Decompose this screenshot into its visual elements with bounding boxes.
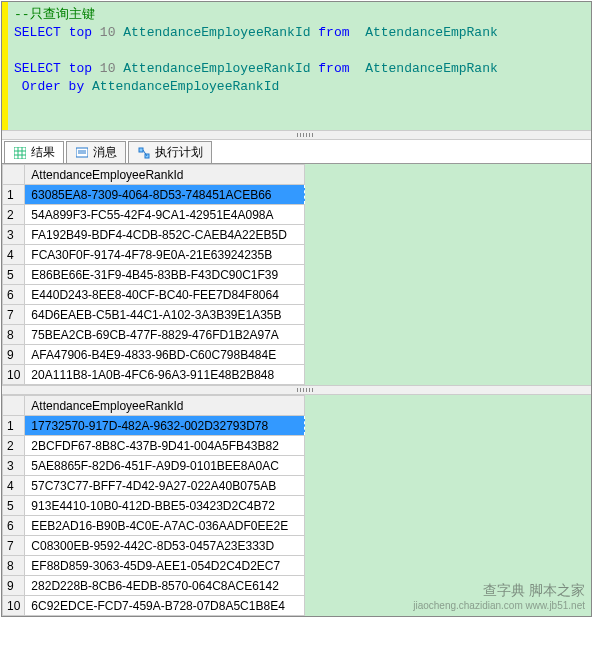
- data-cell[interactable]: 913E4410-10B0-412D-BBE5-03423D2C4B72: [25, 496, 305, 516]
- sql-editor[interactable]: --只查询主键 SELECT top 10 AttendanceEmployee…: [2, 2, 591, 130]
- rownum-cell[interactable]: 9: [3, 576, 25, 596]
- data-cell[interactable]: FA192B49-BDF4-4CDB-852C-CAEB4A22EB5D: [25, 225, 305, 245]
- watermark-main: 查字典 脚本之家: [413, 582, 585, 598]
- data-cell[interactable]: 282D228B-8CB6-4EDB-8570-064C8ACE6142: [25, 576, 305, 596]
- data-cell[interactable]: C08300EB-9592-442C-8D53-0457A23E333D: [25, 536, 305, 556]
- data-cell[interactable]: 75BEA2CB-69CB-477F-8829-476FD1B2A97A: [25, 325, 305, 345]
- data-cell[interactable]: E440D243-8EE8-40CF-BC40-FEE7D84F8064: [25, 285, 305, 305]
- rownum-cell[interactable]: 1: [3, 416, 25, 436]
- rownum-cell[interactable]: 7: [3, 536, 25, 556]
- result-tabs: 结果 消息 执行计划: [2, 140, 591, 164]
- result-grid-2: AttendanceEmployeeRankId 117732570-917D-…: [2, 395, 591, 616]
- rownum-cell[interactable]: 5: [3, 496, 25, 516]
- column-header[interactable]: AttendanceEmployeeRankId: [25, 396, 305, 416]
- rownum-cell[interactable]: 5: [3, 265, 25, 285]
- rownum-cell[interactable]: 1: [3, 185, 25, 205]
- rownum-cell[interactable]: 3: [3, 225, 25, 245]
- data-cell[interactable]: 57C73C77-BFF7-4D42-9A27-022A40B075AB: [25, 476, 305, 496]
- rownum-cell[interactable]: 3: [3, 456, 25, 476]
- watermark-sub: jiaocheng.chazidian.com www.jb51.net: [413, 598, 585, 614]
- svg-rect-8: [139, 148, 143, 152]
- rownum-cell[interactable]: 7: [3, 305, 25, 325]
- rownum-cell[interactable]: 4: [3, 476, 25, 496]
- data-cell[interactable]: 5AE8865F-82D6-451F-A9D9-0101BEE8A0AC: [25, 456, 305, 476]
- rownum-cell[interactable]: 2: [3, 205, 25, 225]
- rownum-cell[interactable]: 4: [3, 245, 25, 265]
- tab-results-label: 结果: [31, 144, 55, 161]
- rownum-cell[interactable]: 6: [3, 285, 25, 305]
- data-cell[interactable]: EF88D859-3063-45D9-AEE1-054D2C4D2EC7: [25, 556, 305, 576]
- data-cell[interactable]: FCA30F0F-9174-4F78-9E0A-21E63924235B: [25, 245, 305, 265]
- rownum-cell[interactable]: 2: [3, 436, 25, 456]
- data-cell[interactable]: 20A111B8-1A0B-4FC6-96A3-911E48B2B848: [25, 365, 305, 385]
- data-cell[interactable]: 6C92EDCE-FCD7-459A-B728-07D8A5C1B8E4: [25, 596, 305, 616]
- rownum-cell[interactable]: 10: [3, 596, 25, 616]
- data-cell[interactable]: 54A899F3-FC55-42F4-9CA1-42951E4A098A: [25, 205, 305, 225]
- tab-messages-label: 消息: [93, 144, 117, 161]
- tab-execution-plan[interactable]: 执行计划: [128, 141, 212, 163]
- result-grid-1: AttendanceEmployeeRankId 163085EA8-7309-…: [2, 164, 591, 385]
- rownum-cell[interactable]: 8: [3, 556, 25, 576]
- data-cell[interactable]: 63085EA8-7309-4064-8D53-748451ACEB66: [25, 185, 305, 205]
- data-cell[interactable]: 17732570-917D-482A-9632-002D32793D78: [25, 416, 305, 436]
- rownum-header[interactable]: [3, 165, 25, 185]
- data-cell[interactable]: 64D6EAEB-C5B1-44C1-A102-3A3B39E1A35B: [25, 305, 305, 325]
- data-cell[interactable]: E86BE66E-31F9-4B45-83BB-F43DC90C1F39: [25, 265, 305, 285]
- sql-comment: --只查询主键: [14, 7, 95, 22]
- splitter-handle[interactable]: [2, 385, 591, 395]
- plan-icon: [137, 146, 151, 160]
- tab-messages[interactable]: 消息: [66, 141, 126, 163]
- data-cell[interactable]: EEB2AD16-B90B-4C0E-A7AC-036AADF0EE2E: [25, 516, 305, 536]
- rownum-cell[interactable]: 10: [3, 365, 25, 385]
- data-cell[interactable]: AFA47906-B4E9-4833-96BD-C60C798B484E: [25, 345, 305, 365]
- column-header[interactable]: AttendanceEmployeeRankId: [25, 165, 305, 185]
- tab-results[interactable]: 结果: [4, 141, 64, 163]
- messages-icon: [75, 146, 89, 160]
- rownum-cell[interactable]: 6: [3, 516, 25, 536]
- rownum-header[interactable]: [3, 396, 25, 416]
- grid-icon: [13, 146, 27, 160]
- rownum-cell[interactable]: 8: [3, 325, 25, 345]
- data-cell[interactable]: 2BCFDF67-8B8C-437B-9D41-004A5FB43B82: [25, 436, 305, 456]
- svg-rect-0: [14, 147, 26, 159]
- result-table-1[interactable]: AttendanceEmployeeRankId 163085EA8-7309-…: [2, 164, 305, 385]
- watermark: 查字典 脚本之家 jiaocheng.chazidian.com www.jb5…: [413, 582, 585, 614]
- result-table-2[interactable]: AttendanceEmployeeRankId 117732570-917D-…: [2, 395, 305, 616]
- rownum-cell[interactable]: 9: [3, 345, 25, 365]
- splitter-handle[interactable]: [2, 130, 591, 140]
- tab-plan-label: 执行计划: [155, 144, 203, 161]
